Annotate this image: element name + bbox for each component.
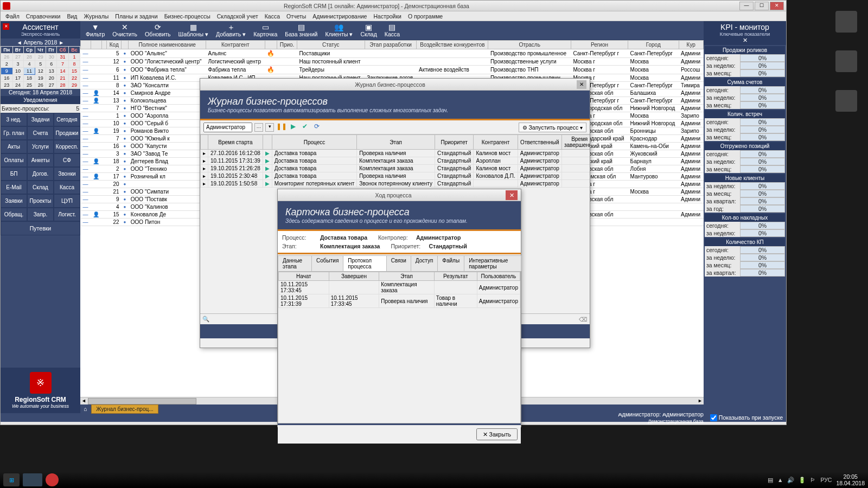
calendar-month[interactable]: ◄ Апрель 2018 ► <box>1 38 80 46</box>
menu-item[interactable]: Отчеты <box>284 12 309 21</box>
toolbar-button[interactable]: ▤База знаний <box>282 22 321 38</box>
toolbar-button[interactable]: ▤Касса <box>381 22 403 38</box>
quick-button[interactable]: Запр. <box>27 208 54 221</box>
m1-user-input[interactable] <box>203 123 252 132</box>
menu-item[interactable]: Касса <box>262 12 283 21</box>
menu-item[interactable]: Бизнес-процессы <box>162 12 213 21</box>
menu-item[interactable]: Администрирование <box>310 12 369 21</box>
show-on-start-checkbox[interactable]: Показывать при запуске <box>710 414 783 421</box>
quick-button[interactable]: Заявки <box>1 194 27 208</box>
toolbar-button[interactable]: 👥Клиенты ▾ <box>322 22 356 38</box>
toolbar-button[interactable]: ▦Шаблоны ▾ <box>175 22 212 38</box>
toolbar-button[interactable]: ▣Склад <box>357 22 380 38</box>
m2-tab[interactable]: Связи <box>386 255 411 271</box>
quick-button[interactable]: Услуги <box>27 140 54 153</box>
quick-button[interactable]: Догов. <box>27 167 54 181</box>
quick-button[interactable]: ЦУП <box>54 194 80 208</box>
quick-button[interactable]: Продажи <box>54 126 80 140</box>
start-button[interactable]: ⊞ <box>3 473 20 486</box>
pause-icon[interactable]: ❚❚ <box>276 123 286 132</box>
tray-icon[interactable]: 🔊 <box>787 477 794 484</box>
quick-button[interactable]: Сегодня <box>54 113 80 126</box>
kpi-close-icon[interactable]: ✕ <box>705 37 784 43</box>
m2-grid[interactable]: НачатЗавершенЭтапРезультатПользователь10… <box>278 272 521 423</box>
taskbar-app[interactable] <box>46 473 59 486</box>
notifications-header[interactable]: Уведомления <box>1 96 80 104</box>
kpi-row: за неделю:0% <box>705 158 785 165</box>
quick-button[interactable]: Проекты <box>27 194 54 208</box>
tray-icon[interactable]: 🏳 <box>810 477 816 483</box>
quick-button-full[interactable]: Путевки <box>1 221 80 235</box>
kpi-row: за неделю:0% <box>705 94 785 101</box>
m2-tab[interactable]: Данные этапа <box>278 255 312 271</box>
tray-icon[interactable]: ▤ <box>768 477 773 483</box>
desktop-icon[interactable] <box>835 50 857 74</box>
taskbar-app[interactable] <box>23 473 42 486</box>
quick-button[interactable]: Акты <box>1 140 27 153</box>
quick-button[interactable]: Корресп. <box>54 140 80 153</box>
picker-icon[interactable]: … <box>254 123 263 132</box>
quick-button[interactable]: Склад <box>27 181 54 194</box>
menu-item[interactable]: Журналы <box>81 12 111 21</box>
quick-button[interactable]: Анкеты <box>27 153 54 167</box>
quick-button[interactable]: Гр. план <box>1 126 27 140</box>
tray-lang[interactable]: РУС <box>820 477 832 483</box>
quick-button[interactable]: Счета <box>27 126 54 140</box>
quick-button[interactable]: Касса <box>54 181 80 194</box>
toolbar-button[interactable]: ＋Добавить ▾ <box>213 22 249 38</box>
system-tray[interactable]: ▤ ▲ 🔊 🔋 🏳 РУС 20:0518.04.2018 <box>768 473 865 486</box>
home-icon[interactable]: ⌂ <box>84 406 87 412</box>
m2-tab[interactable]: Доступ <box>411 255 438 271</box>
play-icon[interactable]: ▶ <box>288 123 298 132</box>
toolbar-button[interactable]: ▼Фильтр <box>82 22 108 38</box>
check-icon[interactable]: ✔ <box>300 123 310 132</box>
m1-close-icon[interactable]: ✕ <box>577 80 586 89</box>
calendar[interactable]: ◄ Апрель 2018 ► ПнВтСрЧтПтСбВс2627282930… <box>1 38 80 96</box>
m2-tab[interactable]: Интерактивные параметры <box>464 255 521 271</box>
m2-tab[interactable]: События <box>311 255 343 271</box>
panel-close-icon[interactable]: ✕ <box>3 23 9 30</box>
toolbar-button[interactable]: ✕Очистить <box>109 22 141 38</box>
quick-button[interactable]: СФ <box>54 153 80 167</box>
bp-counter[interactable]: Бизнес-процессы:5 <box>1 104 80 113</box>
refresh-icon[interactable]: ⟳ <box>312 123 322 132</box>
quick-button[interactable]: Логист. <box>54 208 80 221</box>
toolbar-button[interactable]: ▭Карточка <box>250 22 280 38</box>
menu-item[interactable]: Планы и задачи <box>112 12 160 21</box>
calendar-today[interactable]: Сегодня: 18 Апреля 2018 <box>1 89 80 96</box>
m2-close-button[interactable]: ✕ Закрыть <box>476 428 518 440</box>
kpi-row: за квартал:0% <box>705 269 785 277</box>
menu-item[interactable]: Складской учет <box>214 12 261 21</box>
menu-item[interactable]: Файл <box>3 12 22 21</box>
quick-button[interactable]: Задачи <box>27 113 54 126</box>
kpi-title: KPI - монитор <box>705 23 784 31</box>
tray-icon[interactable]: ▲ <box>777 477 783 483</box>
clear-search-icon[interactable]: ⌫ <box>579 316 588 323</box>
desktop-icon[interactable] <box>835 90 857 113</box>
m2-close-icon[interactable]: ✕ <box>506 190 518 200</box>
menu-item[interactable]: Настройки <box>371 12 404 21</box>
assistant-subtitle: Экспресс-панель <box>2 31 79 37</box>
tray-icon[interactable]: 🔋 <box>799 477 806 484</box>
quick-button[interactable]: 3 нед. <box>1 113 27 126</box>
close-button[interactable]: ✕ <box>770 2 784 10</box>
clock[interactable]: 20:0518.04.2018 <box>836 473 865 486</box>
menu-item[interactable]: О программе <box>405 12 445 21</box>
dropdown-icon[interactable]: ▾ <box>265 123 274 132</box>
quick-button[interactable]: Оплаты <box>1 153 27 167</box>
quick-button[interactable]: БП <box>1 167 27 181</box>
kpi-row: сегодня:0% <box>705 54 785 62</box>
quick-button[interactable]: E-Mail <box>1 181 27 194</box>
minimize-button[interactable]: — <box>739 2 754 10</box>
m2-tab[interactable]: Протокол процесса <box>343 255 386 271</box>
m2-tab[interactable]: Файлы <box>437 255 464 271</box>
quick-button[interactable]: Обращ. <box>1 208 27 221</box>
menu-item[interactable]: Справочники <box>23 12 63 21</box>
quick-button[interactable]: Звонки <box>54 167 80 181</box>
toolbar-button[interactable]: ⟳Обновить <box>142 22 174 38</box>
inner-tab[interactable]: Журнал бизнес-проц... <box>91 404 158 414</box>
desktop-icon[interactable] <box>835 11 857 34</box>
menu-item[interactable]: Вид <box>64 12 80 21</box>
launch-process-button[interactable]: ⚙ Запустить процесс ▾ <box>519 123 586 132</box>
maximize-button[interactable]: ☐ <box>755 2 769 10</box>
